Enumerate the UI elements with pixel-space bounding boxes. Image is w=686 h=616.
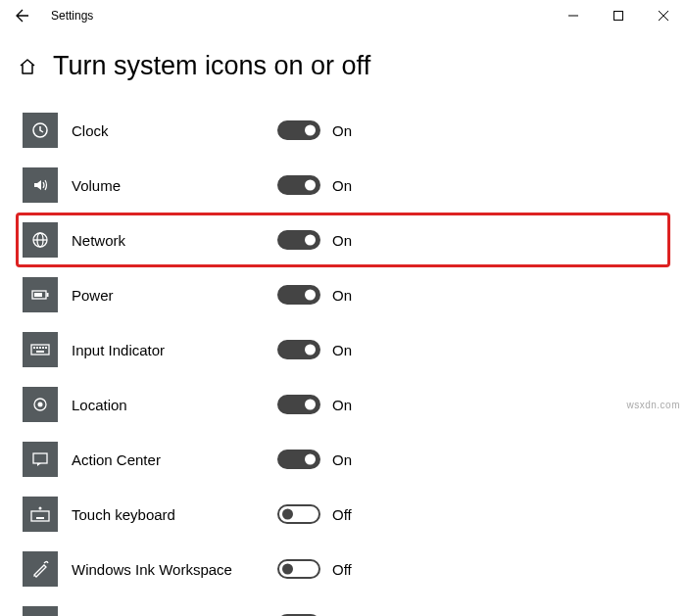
toggle-state-label: On xyxy=(332,287,352,304)
setting-row-network: NetworkOn xyxy=(16,213,670,267)
settings-list: ClockOnVolumeOnNetworkOnPowerOnInput Ind… xyxy=(0,103,686,616)
svg-rect-14 xyxy=(45,347,47,349)
setting-row-input: Input IndicatorOn xyxy=(16,322,670,377)
svg-rect-7 xyxy=(47,293,49,297)
watermark: wsxdn.com xyxy=(626,400,680,410)
window-controls xyxy=(551,0,686,31)
svg-rect-15 xyxy=(36,351,44,353)
toggle-state-label: Off xyxy=(332,561,352,578)
toggle-ink[interactable] xyxy=(277,559,320,579)
svg-rect-1 xyxy=(614,12,623,21)
clock-icon xyxy=(23,113,58,148)
toggle-state-label: On xyxy=(332,177,352,194)
setting-row-action: Action CenterOn xyxy=(16,432,670,487)
toggle-location[interactable] xyxy=(277,395,320,414)
keyboard-icon xyxy=(23,332,58,367)
toggle-state-label: On xyxy=(332,232,352,249)
toggle-input[interactable] xyxy=(277,340,320,359)
svg-rect-11 xyxy=(36,347,38,349)
minimize-button[interactable] xyxy=(551,0,596,31)
svg-rect-8 xyxy=(34,293,42,297)
window-title: Settings xyxy=(37,9,93,23)
setting-label: Network xyxy=(72,232,277,249)
setting-label: Location xyxy=(72,397,277,413)
back-button[interactable] xyxy=(8,0,37,31)
setting-label: Power xyxy=(72,287,277,304)
toggle-state-label: On xyxy=(332,451,352,468)
setting-row-ink: Windows Ink WorkspaceOff xyxy=(16,542,670,596)
target-icon xyxy=(23,387,58,422)
page-header: Turn system icons on or off xyxy=(0,31,686,103)
toggle-touchkb[interactable] xyxy=(277,504,320,524)
toggle-state-label: On xyxy=(332,342,352,358)
titlebar: Settings xyxy=(0,0,686,31)
toggle-power[interactable] xyxy=(277,285,320,305)
toggle-state-label: On xyxy=(332,122,352,139)
toggle-volume[interactable] xyxy=(277,175,320,195)
page-title: Turn system icons on or off xyxy=(53,51,370,81)
touchpad-icon xyxy=(23,606,58,616)
svg-point-21 xyxy=(39,507,42,510)
svg-rect-18 xyxy=(33,453,47,463)
setting-label: Windows Ink Workspace xyxy=(72,561,277,578)
maximize-button[interactable] xyxy=(596,0,641,31)
toggle-state-label: Off xyxy=(332,506,352,523)
setting-row-volume: VolumeOn xyxy=(16,158,670,213)
home-icon[interactable] xyxy=(16,55,39,78)
globe-icon xyxy=(23,222,58,258)
action-icon xyxy=(23,442,58,477)
toggle-clock[interactable] xyxy=(277,120,320,140)
setting-row-location: LocationOn xyxy=(16,377,670,432)
svg-rect-12 xyxy=(39,347,41,349)
setting-label: Action Center xyxy=(72,451,277,468)
setting-label: Volume xyxy=(72,177,277,194)
svg-rect-10 xyxy=(33,347,35,349)
setting-row-touchpad: TouchpadOff xyxy=(16,596,670,616)
volume-icon xyxy=(23,167,58,203)
setting-row-touchkb: Touch keyboardOff xyxy=(16,487,670,542)
setting-label: Touch keyboard xyxy=(72,506,277,523)
touchkb-icon xyxy=(23,497,58,532)
close-button[interactable] xyxy=(641,0,686,31)
setting-label: Clock xyxy=(72,122,277,139)
svg-point-17 xyxy=(38,403,43,407)
svg-rect-9 xyxy=(31,345,49,355)
toggle-state-label: On xyxy=(332,397,352,413)
svg-rect-20 xyxy=(36,517,44,519)
toggle-network[interactable] xyxy=(277,230,320,250)
svg-rect-19 xyxy=(31,511,49,521)
setting-row-power: PowerOn xyxy=(16,267,670,322)
setting-label: Input Indicator xyxy=(72,342,277,358)
toggle-action[interactable] xyxy=(277,450,320,469)
svg-rect-13 xyxy=(42,347,44,349)
ink-icon xyxy=(23,551,58,587)
battery-icon xyxy=(23,277,58,312)
setting-row-clock: ClockOn xyxy=(16,103,670,158)
